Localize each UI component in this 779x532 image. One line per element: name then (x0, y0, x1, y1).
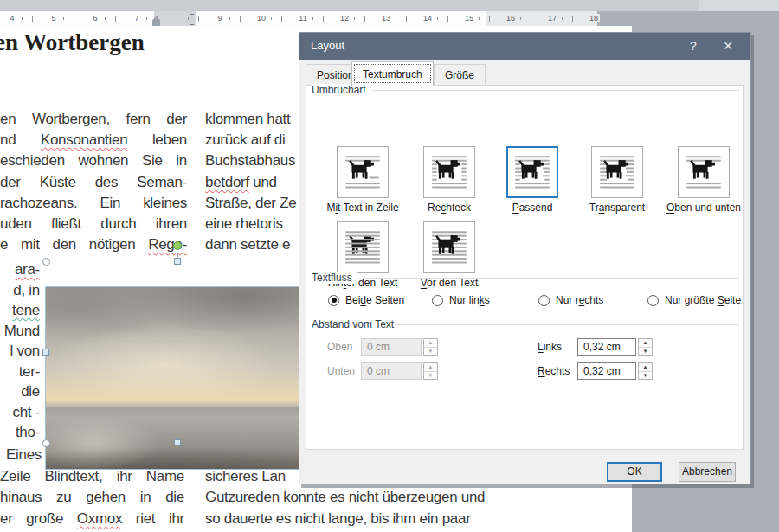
inline-wrap-icon[interactable] (337, 146, 389, 198)
radio-nur-links[interactable]: Nur links (432, 293, 490, 307)
handle-top-left[interactable] (42, 258, 50, 266)
radio-nur-gr-te-seite[interactable]: Nur größte Seite (647, 293, 741, 307)
text-segment: nd (0, 131, 41, 148)
handle-top-middle[interactable] (174, 258, 181, 265)
handle-bottom-left[interactable] (42, 439, 50, 447)
help-button[interactable]: ? (679, 33, 708, 60)
text-line: tene (0, 302, 40, 319)
layout-dialog: Layout ? ✕ PositionTextumbruchGröße Umbr… (299, 32, 751, 484)
text-line: eschieden wohnen Sie in (0, 152, 187, 170)
text-line: die (0, 383, 40, 401)
text-line: en Wortbergen, fern der (0, 111, 187, 128)
spinner-up-icon[interactable]: ▲ (639, 363, 652, 372)
wrap-option-through[interactable]: Transparent (572, 146, 662, 214)
text-segment: hinaus zu gehen in die (0, 489, 184, 505)
field-label-links: Links (538, 341, 562, 353)
text-line: ara- (0, 261, 40, 279)
behind-wrap-icon[interactable] (337, 221, 389, 273)
radio-beide-seiten[interactable]: Beide Seiten (328, 293, 404, 307)
horizontal-ruler[interactable]: 45679101112131415161718 (0, 11, 597, 27)
dialog-titlebar[interactable]: Layout ? ✕ (299, 33, 750, 60)
spinner-rechts[interactable]: ▲▼ (638, 362, 653, 380)
topbottom-wrap-icon[interactable] (678, 146, 730, 198)
tight-wrap-icon[interactable] (506, 146, 558, 198)
text-line: der Küste des Seman- (0, 174, 187, 191)
front-wrap-icon[interactable] (423, 221, 475, 273)
text-segment: riet ihr (122, 510, 184, 527)
wrap-option-square[interactable]: Rechteck (404, 146, 494, 214)
text-segment: e mit den nötigen (0, 236, 148, 253)
misspelled-word: ara- (15, 261, 40, 278)
ruler-number: 7 (131, 14, 143, 22)
text-segment: dann setzte e (205, 236, 290, 253)
misspelled-word: tene (12, 302, 40, 318)
text-segment: Gutzureden konnte es nicht überzeugen un… (205, 489, 485, 505)
window-edge-segment (699, 0, 779, 11)
text-segment: klommen hatt (205, 111, 290, 127)
text-segment: uden fließt durch ihren (0, 215, 187, 232)
column-indent-marker[interactable] (190, 14, 194, 25)
text-line: tho- (0, 424, 40, 441)
radio-circle[interactable] (328, 295, 339, 306)
spinner-up-icon[interactable]: ▲ (639, 339, 652, 348)
handle-bottom-middle[interactable] (174, 439, 181, 446)
spinner-down-icon[interactable]: ▼ (639, 348, 652, 356)
spinner-links[interactable]: ▲▼ (638, 338, 653, 356)
group-line (372, 90, 739, 91)
text-line: cht - (0, 404, 40, 421)
misspelled-word: betdorf (205, 174, 249, 190)
text-line: nd Konsonantien leben (0, 131, 187, 149)
text-line: Buchstabhaus (205, 152, 295, 170)
distance-input-oben: 0 cm (361, 338, 422, 356)
handle-left-middle[interactable] (42, 349, 49, 356)
ruler-number: 17 (546, 14, 558, 22)
text-line: er große Oxmox riet ihr (0, 510, 184, 528)
text-segment: die (21, 383, 40, 400)
spinner-down-icon: ▼ (424, 372, 437, 380)
wrap-option-topbottom[interactable]: Oben und unten (659, 146, 749, 214)
tab-textumbruch[interactable]: Textumbruch (351, 61, 434, 86)
text-line: Gutzureden konnte es nicht überzeugen un… (205, 489, 485, 506)
tab-größe[interactable]: Größe (434, 64, 486, 85)
through-wrap-icon[interactable] (591, 146, 643, 198)
ruler-number: 16 (505, 14, 517, 22)
text-line: so dauerte es nicht lange, bis ihm ein p… (205, 510, 471, 528)
spinner-unten: ▲▼ (423, 362, 438, 380)
cancel-button[interactable]: Abbrechen (679, 462, 736, 482)
text-line: betdorf und (205, 174, 277, 191)
text-segment: Zeile Blindtext, ihr Name (0, 468, 184, 484)
text-line: klommen hatt (205, 111, 290, 128)
radio-nur-rechts[interactable]: Nur rechts (538, 293, 603, 307)
distance-input-links[interactable]: 0,32 cm (577, 338, 636, 356)
radio-circle[interactable] (647, 295, 659, 306)
text-segment: l von (10, 343, 40, 359)
radio-circle[interactable] (432, 295, 443, 306)
distance-input-unten: 0 cm (361, 362, 422, 380)
wrap-option-inline[interactable]: Mit Text in Zeile (318, 146, 408, 214)
text-line: ter- (0, 363, 40, 381)
radio-circle[interactable] (538, 295, 550, 306)
text-segment: er große (0, 510, 77, 527)
text-segment: d, in (13, 282, 40, 298)
wrap-option-front[interactable]: Vor den Text (404, 221, 494, 289)
text-line: hinaus zu gehen in die (0, 489, 184, 506)
distance-input-rechts[interactable]: 0,32 cm (577, 362, 636, 380)
rotation-handle[interactable] (173, 241, 182, 250)
ruler-number: 4 (6, 14, 18, 22)
ruler-number: 12 (338, 14, 351, 22)
text-segment: Buchstabhaus (205, 152, 295, 169)
text-line: e mit den nötigen Rege- (0, 236, 187, 253)
text-segment: en Wortbergen, fern der (0, 111, 187, 127)
ruler-number: 5 (48, 14, 60, 22)
text-line: zurück auf di (205, 131, 285, 149)
wrap-option-tight[interactable]: Passend (487, 146, 577, 214)
spinner-down-icon[interactable]: ▼ (639, 372, 652, 380)
ruler-number: 11 (297, 14, 309, 22)
ok-button[interactable]: OK (607, 462, 662, 482)
close-icon[interactable]: ✕ (713, 33, 743, 60)
tab-content-frame: Umbruchart Mit Text in ZeileRechteckPass… (306, 85, 744, 450)
square-wrap-icon[interactable] (423, 146, 475, 198)
radio-label: Nur rechts (556, 294, 603, 306)
text-line: uden fließt durch ihren (0, 215, 187, 233)
group-label-abstand: Abstand vom Text (312, 318, 399, 330)
